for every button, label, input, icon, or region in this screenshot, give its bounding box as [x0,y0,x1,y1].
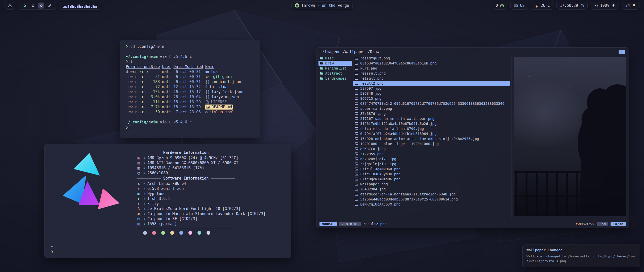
arrow-icon: → [143,191,145,196]
file-row[interactable]: 19201080-__blue-tinge__-1920×1080.jpg [353,141,510,146]
doc-icon [205,100,209,104]
circle-icon [23,4,26,7]
file-row[interactable]: 3122955.png [353,151,510,156]
file-row[interactable]: 587597.jpg [353,86,510,91]
folder-icon [320,66,324,70]
folder-icon [205,70,209,74]
file-row[interactable]: 596848.jpg [353,91,510,96]
image-icon [355,152,358,156]
image-icon [355,61,358,65]
file-row[interactable]: 217167-sad-anime-rain-wallpaper.png [353,116,510,121]
palette-dot [170,231,174,235]
wm-icon: ◧ [137,191,141,196]
status-filename: result2.png [363,222,387,226]
file-permissions: -rwxrwxrwx [573,222,594,226]
folder-sidebar: MiscDrawMinimalistAbstractLandscapes [318,56,353,218]
image-icon [355,182,358,186]
workspace-files[interactable] [38,3,44,9]
fetch-window[interactable]: Hardware Information▣→AMD Ryzen 9 5900X … [44,144,291,258]
file-row[interactable]: resssult.png [353,71,510,76]
keyboard-layout-module[interactable]: US [510,2,528,10]
braces-icon: {} [205,89,210,94]
file-row[interactable]: chica-mirando-la-luna-8799.jpg [353,126,510,131]
file-row[interactable]: kurz.png [353,66,510,71]
shell-prompt: ~/.config/nvim via ☾ v5.4.6 ↯ [126,120,254,125]
terminal-window[interactable]: ❯ cd .config/nvim ~/.config/nvim via ☾ v… [120,40,260,138]
arrow-icon: → [143,221,145,226]
preview-image [514,57,626,216]
file-row[interactable]: FXfcHgcWIAMzs0G.png [353,177,510,182]
ls-row: .rw-r--r--183matt 6 oct 00:31{}.neoconf.… [126,79,254,84]
image-icon [355,102,358,105]
image-icon [355,192,358,196]
temperature-module[interactable]: 26°C [531,2,553,10]
file-row[interactable]: rsjqojlmjhf91.jpg [353,161,510,166]
player-status-icon [295,3,299,8]
file-row[interactable]: 866715.png [353,96,510,101]
arrow-icon: → [143,216,145,221]
info-row-os: ▲→Arch Linux x86_64 [137,181,285,186]
shell-prompt: ~/.config/nvim via ☾ v5.4.6 ↯ [126,54,254,59]
ls-row: .rw-r--r--11kmatt18 oct 13:29LICENSE [126,99,254,105]
file-row[interactable]: nnvuv0xj2df71.jpg [353,156,510,161]
file-row[interactable]: atardecer-en-la-montanas-ilustracion-634… [353,192,510,197]
file-row[interactable]: 3126f7e9bbf21a8a4af0b67b041c6e26.jpg [353,121,510,126]
file-row[interactable]: super-mario.png [353,106,510,111]
file-row[interactable]: EeNKYgIUcAAJ5JX.png [353,202,510,207]
topbar-right: 0 US 26°C 17:50:29 100% 24 [492,2,639,10]
workspace-web[interactable] [22,3,28,9]
tab-indicator[interactable]: 1 [619,50,625,54]
image-icon [355,82,358,85]
terminal-palette [143,231,210,235]
file-row[interactable]: 08a634fa02a32364f69ebc86a98eb1eb.png [353,61,510,66]
sidebar-folder-abstract[interactable]: Abstract [318,71,352,76]
bell-icon [632,4,636,8]
file-row[interactable]: FXfcJlTXgAMvH6R.png [353,166,510,172]
palette-dot [197,231,201,235]
file-manager-window[interactable]: ~/Imagenes/Wallpapers/Draw 1 MiscDrawMin… [316,47,629,228]
file-row[interactable]: 20492984.jpg [353,187,510,192]
file-row[interactable]: 68747470733a2f2f696d616765732d7769786d70… [353,101,510,106]
packages-icon: ◫ [137,221,141,226]
file-row[interactable]: 87r687df.png [353,111,510,116]
workspace-code[interactable] [30,3,36,9]
file-row[interactable]: ressdfgult.png [353,56,510,61]
current-path: ~/Imagenes/Wallpapers/Draw [320,50,379,54]
image-icon [355,147,358,151]
info-row-cpu: ▣→AMD Ryzen 9 5900X (24) @ 4.9GHz [61.3°… [137,155,285,160]
volume-module[interactable]: 100% [591,2,619,10]
file-row[interactable]: wallpaper.png [353,182,510,187]
file-row[interactable]: 154928-odinokoe_anime-art-anime-okno-sin… [353,136,510,141]
sidebar-folder-minimalist[interactable]: Minimalist [318,66,352,71]
font-icon: A [137,206,141,211]
moon-icon: ☾ [205,84,208,89]
media-player-module[interactable]: thrown - on the verge [291,2,353,9]
palette-dot [143,231,147,235]
updates-module[interactable]: 0 [492,2,507,10]
workspace-design[interactable] [47,3,53,9]
shell-prompt[interactable]: ~ ❯ [51,244,53,254]
braces-icon: {} [205,79,210,84]
memory-icon: ▥ [137,165,141,171]
notifications-module[interactable]: 24 [622,2,639,10]
notification-popup[interactable]: Wallpaper Changed Wallpaper changed to /… [522,245,640,267]
file-row[interactable]: re1sult.png [353,76,510,81]
launcher-button[interactable] [5,2,15,10]
file-row[interactable]: 8FKa7Cu.jpeg [353,146,510,151]
file-row[interactable]: result2.png [353,81,510,86]
theme-icon: ◐ [137,211,141,216]
prompt-input-line[interactable]: ❯ [126,125,254,130]
file-row[interactable]: 0c794faf07de24a4db4d4fb1eb813964.jpg [353,131,510,136]
file-row[interactable]: FXfcII0X0AQyn9X.png [353,172,510,177]
notification-count: 24 [625,3,630,8]
sidebar-folder-landscapes[interactable]: Landscapes [318,76,352,81]
sidebar-folder-misc[interactable]: Misc [318,56,352,61]
visualizer-widget [59,2,101,10]
ls-row: .rw-r--r--51matt 6 oct 00:31.gitignore [126,74,254,79]
sidebar-folder-draw[interactable]: Draw [318,61,352,66]
folder-icon [320,61,324,65]
image-icon [355,197,358,201]
file-row[interactable]: 5a266e448add93deab367d87173e9f25-6837886… [353,197,510,202]
clock-module[interactable]: 17:50:29 [556,2,588,10]
info-row-font: A→JetBrainsMono Nerd Font Light 10 [GTK2… [137,206,285,211]
